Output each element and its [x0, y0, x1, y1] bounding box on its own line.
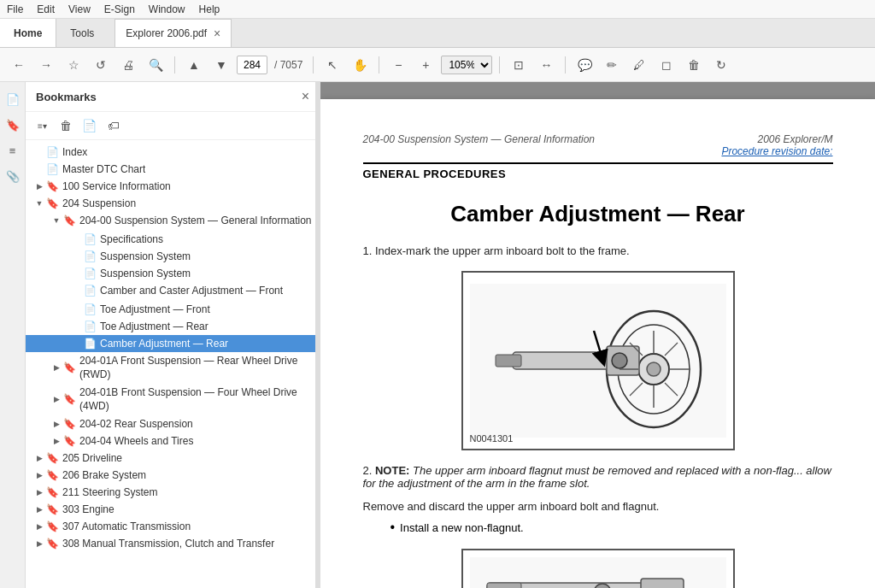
- expand-206[interactable]: ▶: [32, 468, 46, 482]
- rotate-button[interactable]: ↻: [709, 53, 733, 77]
- menu-view[interactable]: View: [68, 3, 91, 15]
- bookmark-suspension-sys-1[interactable]: 📄 Suspension System: [26, 248, 320, 265]
- bookmark-100-service[interactable]: ▶ 🔖 100 Service Information: [26, 178, 320, 195]
- procedure-revision-link[interactable]: Procedure revision date:: [721, 145, 832, 157]
- expand-100[interactable]: ▶: [32, 179, 46, 193]
- bookmark-icon-toefront: 📄: [84, 303, 97, 315]
- bookmark-307[interactable]: ▶ 🔖 307 Automatic Transmission: [26, 518, 320, 535]
- expand-index: [32, 145, 46, 159]
- back-button[interactable]: ←: [7, 53, 31, 77]
- bookmark-master-dtc[interactable]: 📄 Master DTC Chart: [26, 161, 320, 178]
- separator-1: [174, 56, 175, 74]
- tab-file[interactable]: Explorer 2006.pdf ×: [115, 19, 232, 47]
- pdf-diagram-bottom: [461, 549, 735, 588]
- expand-204-01a[interactable]: ▶: [50, 362, 63, 375]
- expand-307[interactable]: ▶: [32, 520, 46, 533]
- bookmark-specs[interactable]: 📄 Specifications: [26, 231, 320, 248]
- sidebar-header: Bookmarks ×: [26, 82, 320, 112]
- bookmark-211[interactable]: ▶ 🔖 211 Steering System: [26, 484, 320, 501]
- pdf-title: Camber Adjustment — Rear: [363, 201, 833, 227]
- bookmark-308[interactable]: ▶ 🔖 308 Manual Transmission, Clutch and …: [26, 535, 320, 552]
- cursor-tool[interactable]: ↖: [320, 53, 344, 77]
- fit-page-button[interactable]: ⊡: [507, 53, 531, 77]
- delete-bookmark-btn[interactable]: 🗑: [56, 115, 76, 136]
- forward-button[interactable]: →: [34, 53, 58, 77]
- bookmark-205[interactable]: ▶ 🔖 205 Driveline: [26, 450, 320, 467]
- bookmark-index[interactable]: 📄 Index: [26, 144, 320, 161]
- pdf-bullet-text: Install a new non-flagnut.: [400, 521, 524, 534]
- menu-bar: File Edit View E-Sign Window Help: [0, 0, 875, 19]
- expand-204-04[interactable]: ▶: [50, 434, 63, 448]
- expand-204-01b[interactable]: ▶: [50, 393, 63, 407]
- menu-esign[interactable]: E-Sign: [104, 3, 135, 15]
- hand-tool[interactable]: ✋: [348, 53, 372, 77]
- menu-edit[interactable]: Edit: [37, 3, 55, 15]
- pdf-header: 204-00 Suspension System — General Infor…: [363, 133, 833, 164]
- sidebar-resize-handle[interactable]: [315, 82, 320, 588]
- highlight-button[interactable]: ✏: [600, 53, 624, 77]
- svg-point-8: [612, 353, 627, 368]
- expand-204-02[interactable]: ▶: [50, 417, 63, 431]
- panel-attach-icon[interactable]: 📎: [3, 166, 23, 186]
- expand-308[interactable]: ▶: [32, 537, 46, 550]
- panel-layers-icon[interactable]: ≡: [3, 140, 23, 161]
- stamp-button[interactable]: 🖊: [627, 53, 651, 77]
- zoom-in-button[interactable]: +: [414, 53, 438, 77]
- bookmark-camber-rear[interactable]: 📄 Camber Adjustment — Rear: [26, 335, 320, 352]
- expand-211[interactable]: ▶: [32, 485, 46, 499]
- pdf-area[interactable]: 204-00 Suspension System — General Infor…: [320, 82, 875, 588]
- menu-window[interactable]: Window: [149, 3, 185, 15]
- expand-204[interactable]: ▼: [32, 197, 46, 210]
- delete-button[interactable]: 🗑: [682, 53, 706, 77]
- bookmark-206[interactable]: ▶ 🔖 206 Brake System: [26, 467, 320, 484]
- new-bookmark-btn[interactable]: 📄: [79, 115, 100, 136]
- erase-button[interactable]: ◻: [655, 53, 678, 77]
- tab-tools[interactable]: Tools: [56, 19, 108, 47]
- zoom-out-button[interactable]: −: [386, 53, 410, 77]
- tab-home[interactable]: Home: [0, 19, 56, 47]
- bookmark-204-00[interactable]: ▼ 🔖 204-00 Suspension System — General I…: [26, 212, 320, 231]
- print-button[interactable]: 🖨: [116, 53, 140, 77]
- bookmark-options-btn[interactable]: ≡▾: [32, 115, 52, 136]
- next-page-button[interactable]: ▼: [209, 53, 233, 77]
- bookmark-toe-front[interactable]: 📄 Toe Adjustment — Front: [26, 301, 320, 318]
- menu-help[interactable]: Help: [199, 3, 220, 15]
- bookmark-label-toerear: Toe Adjustment — Rear: [100, 320, 208, 332]
- tab-close-button[interactable]: ×: [214, 26, 220, 40]
- history-button[interactable]: ↺: [89, 53, 113, 77]
- bookmark-204-04[interactable]: ▶ 🔖 204-04 Wheels and Tires: [26, 432, 320, 450]
- bookmark-204-02[interactable]: ▶ 🔖 204-02 Rear Suspension: [26, 415, 320, 432]
- left-icon-panel: 📄 🔖 ≡ 📎: [0, 82, 26, 588]
- panel-pages-icon[interactable]: 📄: [3, 89, 23, 109]
- pdf-diagram: N0041301: [461, 271, 735, 450]
- expand-204-00[interactable]: ▼: [50, 215, 63, 228]
- sidebar-close-button[interactable]: ×: [302, 89, 309, 104]
- bottom-diagram-svg: [470, 557, 726, 588]
- bookmark-204-01a[interactable]: ▶ 🔖 204-01A Front Suspension — Rear Whee…: [26, 352, 320, 384]
- pdf-step-2-text: Remove and discard the upper arm inboard…: [363, 500, 833, 513]
- zoom-select[interactable]: 105% 75% 100% 125% 150%: [441, 56, 492, 74]
- sidebar: Bookmarks × ≡▾ 🗑 📄 🏷 📄 Index 📄 Master DT…: [26, 82, 320, 588]
- menu-file[interactable]: File: [7, 3, 23, 15]
- panel-bookmarks-icon[interactable]: 🔖: [3, 115, 23, 135]
- bookmark-button[interactable]: ☆: [62, 53, 85, 77]
- bookmark-toe-rear[interactable]: 📄 Toe Adjustment — Rear: [26, 318, 320, 335]
- bookmark-303[interactable]: ▶ 🔖 303 Engine: [26, 501, 320, 518]
- bookmark-suspension-sys-2[interactable]: 📄 Suspension System: [26, 265, 320, 282]
- bookmark-tag-btn[interactable]: 🏷: [103, 115, 124, 136]
- bookmark-204[interactable]: ▼ 🔖 204 Suspension: [26, 195, 320, 212]
- bookmark-204-01b[interactable]: ▶ 🔖 204-01B Front Suspension — Four Whee…: [26, 384, 320, 415]
- comment-button[interactable]: 💬: [573, 53, 596, 77]
- bookmark-label-204-01b: 204-01B Front Suspension — Four Wheel Dr…: [79, 386, 316, 413]
- bookmark-camber-caster-front[interactable]: 📄 Camber and Caster Adjustment — Front: [26, 282, 320, 301]
- bookmark-icon-sus1: 📄: [84, 250, 97, 262]
- bookmark-icon-dtc: 📄: [46, 163, 59, 175]
- expand-205[interactable]: ▶: [32, 451, 46, 465]
- page-number-input[interactable]: [237, 56, 267, 74]
- search-button[interactable]: 🔍: [144, 53, 167, 77]
- bookmark-icon-205: 🔖: [46, 452, 59, 464]
- expand-303[interactable]: ▶: [32, 503, 46, 516]
- prev-page-button[interactable]: ▲: [182, 53, 206, 77]
- fit-width-button[interactable]: ↔: [534, 53, 558, 77]
- bookmark-icon-211: 🔖: [46, 486, 59, 498]
